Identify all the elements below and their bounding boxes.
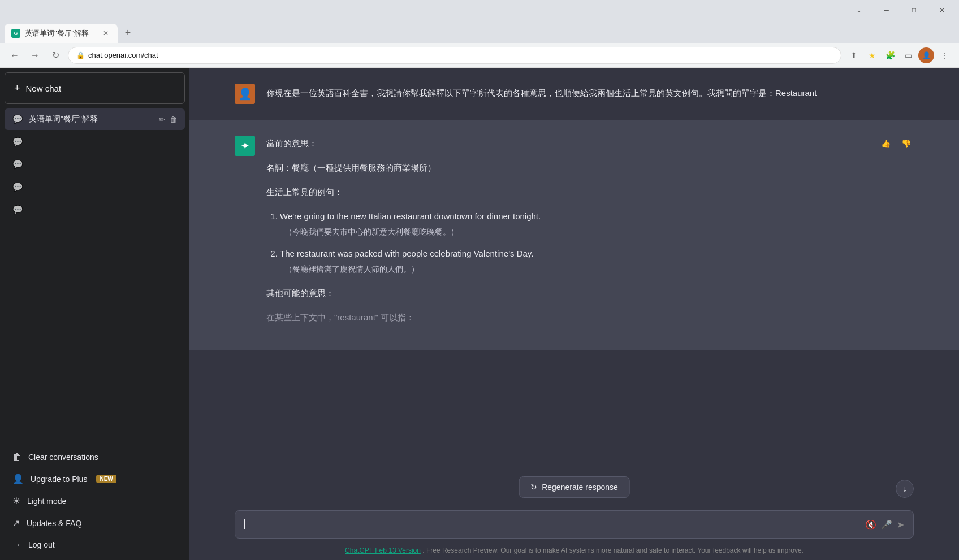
scroll-down-button[interactable]: ↓ <box>896 480 914 498</box>
chat-empty-item-1[interactable]: 💬 <box>5 131 185 153</box>
example-1-english: We're going to the new Italian restauran… <box>280 211 541 221</box>
chat-icon-2: 💬 <box>12 159 23 170</box>
maximize-btn[interactable]: □ <box>901 2 927 19</box>
sidebar-divider <box>0 437 189 437</box>
thumbs-up-btn[interactable]: 👍 <box>878 136 893 151</box>
clear-conversations-item[interactable]: 🗑 Clear conversations <box>5 446 185 468</box>
example-2-chinese: （餐廳裡擠滿了慶祝情人節的人們。） <box>284 264 419 274</box>
profile-avatar[interactable]: 👤 <box>918 47 934 63</box>
logout-item[interactable]: → Log out <box>5 534 185 555</box>
footer-link[interactable]: ChatGPT Feb 13 Version <box>345 546 421 554</box>
light-mode-item[interactable]: ☀ Light mode <box>5 490 185 512</box>
input-area: ↻ Regenerate response ↓ 🔇 🎤 ➤ <box>189 503 959 543</box>
user-icon: 👤 <box>12 474 24 484</box>
thumbs-down-btn[interactable]: 👎 <box>898 136 914 151</box>
ai-message: ✦ 當前的意思： 名詞：餐廳（一種提供用餐服務的商業場所） 生活上常見的例句： … <box>189 120 959 350</box>
example-1: We're going to the new Italian restauran… <box>280 209 541 239</box>
chat-bubble-icon: 💬 <box>12 114 23 124</box>
extension-icon[interactable]: 🧩 <box>882 47 898 63</box>
sidebar-bottom: 🗑 Clear conversations 👤 Upgrade to Plus … <box>0 442 189 560</box>
ai-message-content: 當前的意思： 名詞：餐廳（一種提供用餐服務的商業場所） 生活上常見的例句： We… <box>266 136 541 334</box>
window-controls: ⌄ ─ □ ✕ <box>846 2 954 19</box>
collapse-btn[interactable]: ⌄ <box>846 2 871 19</box>
user-message-text: 你現在是一位英語百科全書，我想請你幫我解釋以下單字所代表的各種意思，也順便給我兩… <box>266 84 914 104</box>
noun-definition: 名詞：餐廳（一種提供用餐服務的商業場所） <box>266 160 541 175</box>
example-2-english: The restaurant was packed with people ce… <box>280 249 533 258</box>
app-layout: + New chat 💬 英语单词"餐厅"解释 ✏ 🗑 💬 💬 💬 <box>0 68 959 560</box>
toolbar-icons: ⬆ ★ 🧩 ▭ 👤 ⋮ <box>846 47 952 63</box>
sidebar: + New chat 💬 英语单词"餐厅"解释 ✏ 🗑 💬 💬 💬 <box>0 68 189 560</box>
chat-item-active[interactable]: 💬 英语单词"餐厅"解释 ✏ 🗑 <box>5 108 185 130</box>
regenerate-popup[interactable]: ↻ Regenerate response <box>519 476 630 498</box>
text-cursor <box>244 519 245 529</box>
forward-button[interactable]: → <box>27 47 43 63</box>
truncated-text: 在某些上下文中，"restaurant" 可以指： <box>266 310 541 325</box>
external-link-icon: ↗ <box>12 518 20 528</box>
share-icon[interactable]: ⬆ <box>846 47 862 63</box>
send-icon[interactable]: ➤ <box>897 519 904 530</box>
chat-empty-item-3[interactable]: 💬 <box>5 176 185 198</box>
main-chat: 👤 你現在是一位英語百科全書，我想請你幫我解釋以下單字所代表的各種意思，也順便給… <box>189 68 959 560</box>
chat-empty-item-2[interactable]: 💬 <box>5 154 185 175</box>
trash-icon: 🗑 <box>12 452 21 462</box>
tab-favicon: G <box>11 29 20 38</box>
regenerate-label: Regenerate response <box>542 483 618 492</box>
refresh-button[interactable]: ↻ <box>47 47 63 63</box>
tab-close-btn[interactable]: ✕ <box>101 28 111 38</box>
clear-conversations-label: Clear conversations <box>28 453 98 462</box>
example-2: The restaurant was packed with people ce… <box>280 246 541 276</box>
bookmark-icon[interactable]: ★ <box>864 47 880 63</box>
user-message: 👤 你現在是一位英語百科全書，我想請你幫我解釋以下單字所代表的各種意思，也順便給… <box>189 68 959 120</box>
url-bar[interactable]: 🔒 chat.openai.com/chat <box>68 47 841 64</box>
footer-text: . Free Research Preview. Our goal is to … <box>422 546 804 554</box>
chat-item-actions: ✏ 🗑 <box>159 115 177 124</box>
url-text: chat.openai.com/chat <box>88 51 158 59</box>
lock-icon: 🔒 <box>76 51 85 59</box>
updates-faq-item[interactable]: ↗ Updates & FAQ <box>5 512 185 534</box>
openai-logo: ✦ <box>240 139 250 153</box>
menu-icon[interactable]: ⋮ <box>936 47 952 63</box>
logout-icon: → <box>12 540 21 550</box>
plus-icon: + <box>14 83 20 94</box>
input-box: 🔇 🎤 ➤ <box>235 510 914 539</box>
upgrade-to-plus-item[interactable]: 👤 Upgrade to Plus NEW <box>5 468 185 490</box>
chat-empty-item-4[interactable]: 💬 <box>5 199 185 220</box>
logout-label: Log out <box>28 540 55 549</box>
regenerate-icon: ↻ <box>530 483 537 492</box>
upgrade-label: Upgrade to Plus <box>31 475 87 484</box>
back-button[interactable]: ← <box>7 47 23 63</box>
sidebar-toggle-icon[interactable]: ▭ <box>900 47 916 63</box>
current-meaning-heading: 當前的意思： <box>266 136 541 151</box>
microphone-icon[interactable]: 🎤 <box>881 519 892 530</box>
tab-bar: G 英语单词"餐厅"解释 ✕ + <box>0 20 959 43</box>
close-btn[interactable]: ✕ <box>929 2 954 19</box>
updates-label: Updates & FAQ <box>27 519 81 528</box>
ai-avatar: ✦ <box>235 136 255 156</box>
mute-icon[interactable]: 🔇 <box>865 519 876 530</box>
delete-chat-btn[interactable]: 🗑 <box>170 115 177 124</box>
input-action-icons: 🔇 🎤 ➤ <box>865 519 904 530</box>
user-avatar: 👤 <box>235 84 255 104</box>
other-meanings-heading: 其他可能的意思： <box>266 285 541 301</box>
chat-icon-3: 💬 <box>12 182 23 192</box>
edit-chat-btn[interactable]: ✏ <box>159 115 165 124</box>
chat-item-title: 英语单词"餐厅"解释 <box>29 114 159 124</box>
minimize-btn[interactable]: ─ <box>874 2 899 19</box>
chat-icon-4: 💬 <box>12 205 23 215</box>
tab-title: 英语单词"餐厅"解释 <box>25 28 96 38</box>
new-tab-btn[interactable]: + <box>120 25 136 41</box>
sun-icon: ☀ <box>12 496 20 506</box>
new-chat-label: New chat <box>26 84 62 93</box>
light-mode-label: Light mode <box>27 497 66 506</box>
new-badge: NEW <box>96 475 116 483</box>
examples-list: We're going to the new Italian restauran… <box>266 209 541 276</box>
common-examples-heading: 生活上常見的例句： <box>266 184 541 199</box>
footer: ChatGPT Feb 13 Version . Free Research P… <box>189 543 959 560</box>
new-chat-button[interactable]: + New chat <box>5 72 185 104</box>
example-1-chinese: （今晚我們要去市中心的新意大利餐廳吃晚餐。） <box>284 227 459 236</box>
active-tab[interactable]: G 英语单词"餐厅"解释 ✕ <box>5 24 118 43</box>
title-bar: ⌄ ─ □ ✕ <box>0 0 959 20</box>
chat-messages: 👤 你現在是一位英語百科全書，我想請你幫我解釋以下單字所代表的各種意思，也順便給… <box>189 68 959 503</box>
chat-input[interactable] <box>244 518 861 531</box>
chat-icon-1: 💬 <box>12 137 23 147</box>
